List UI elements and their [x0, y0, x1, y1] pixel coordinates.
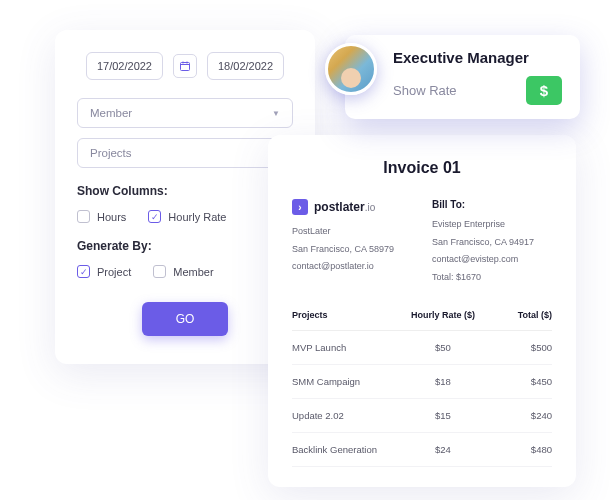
manager-card: Executive Manager Show Rate $ [345, 35, 580, 119]
col-header-rate: Hourly Rate ($) [401, 310, 485, 320]
checkbox-label: Project [97, 266, 131, 278]
generate-by-checkboxes: ✓ Project Member [77, 265, 293, 278]
invoice-panel: Invoice 01 › postlater.io PostLater San … [268, 135, 576, 487]
checkbox-label: Member [173, 266, 213, 278]
cell-total: $500 [485, 342, 552, 353]
generate-by-heading: Generate By: [77, 239, 293, 253]
checkbox-hourly-rate[interactable]: ✓ Hourly Rate [148, 210, 226, 223]
manager-title: Executive Manager [393, 49, 562, 66]
table-row: SMM Campaign $18 $450 [292, 365, 552, 399]
member-select[interactable]: Member ▼ [77, 98, 293, 128]
checkbox-icon [153, 265, 166, 278]
cell-rate: $18 [401, 376, 485, 387]
cell-project: SMM Campaign [292, 376, 401, 387]
cell-total: $450 [485, 376, 552, 387]
member-select-label: Member [90, 107, 132, 119]
invoice-to-column: Bill To: Evistep Enterprise San Francisc… [432, 199, 552, 288]
table-row: Update 2.02 $15 $240 [292, 399, 552, 433]
invoice-title: Invoice 01 [292, 159, 552, 177]
cell-total: $240 [485, 410, 552, 421]
show-columns-heading: Show Columns: [77, 184, 293, 198]
invoice-header: › postlater.io PostLater San Francisco, … [292, 199, 552, 288]
checkbox-checked-icon: ✓ [77, 265, 90, 278]
date-to-input[interactable]: 18/02/2022 [207, 52, 284, 80]
cell-project: MVP Launch [292, 342, 401, 353]
checkbox-member[interactable]: Member [153, 265, 213, 278]
cell-project: Backlink Generation [292, 444, 401, 455]
brand-logo: › postlater.io [292, 199, 412, 215]
to-name: Evistep Enterprise [432, 218, 552, 231]
avatar [325, 43, 377, 95]
to-address: San Francisco, CA 94917 [432, 236, 552, 249]
from-name: PostLater [292, 225, 412, 238]
cell-rate: $50 [401, 342, 485, 353]
show-rate-label: Show Rate [393, 83, 457, 98]
invoice-table: Projects Hourly Rate ($) Total ($) MVP L… [292, 310, 552, 467]
to-email: contact@evistep.com [432, 253, 552, 266]
table-row: MVP Launch $50 $500 [292, 331, 552, 365]
cell-total: $480 [485, 444, 552, 455]
from-address: San Francisco, CA 58979 [292, 243, 412, 256]
from-email: contact@postlater.io [292, 260, 412, 273]
projects-select[interactable]: Projects ▼ [77, 138, 293, 168]
invoice-total: Total: $1670 [432, 271, 552, 284]
table-header-row: Projects Hourly Rate ($) Total ($) [292, 310, 552, 331]
brand-text: postlater.io [314, 200, 375, 214]
checkbox-checked-icon: ✓ [148, 210, 161, 223]
date-range-row: 17/02/2022 18/02/2022 [77, 52, 293, 80]
checkbox-hours[interactable]: Hours [77, 210, 126, 223]
svg-rect-0 [181, 63, 190, 71]
checkbox-label: Hourly Rate [168, 211, 226, 223]
bill-to-label: Bill To: [432, 199, 552, 210]
cell-rate: $15 [401, 410, 485, 421]
brand-mark-icon: › [292, 199, 308, 215]
rate-badge[interactable]: $ [526, 76, 562, 105]
calendar-icon[interactable] [173, 54, 197, 78]
go-button[interactable]: GO [142, 302, 229, 336]
cell-rate: $24 [401, 444, 485, 455]
col-header-total: Total ($) [485, 310, 552, 320]
table-row: Backlink Generation $24 $480 [292, 433, 552, 467]
checkbox-icon [77, 210, 90, 223]
manager-rate-row: Show Rate $ [393, 76, 562, 105]
cell-project: Update 2.02 [292, 410, 401, 421]
date-from-input[interactable]: 17/02/2022 [86, 52, 163, 80]
invoice-from-column: › postlater.io PostLater San Francisco, … [292, 199, 412, 288]
columns-checkboxes: Hours ✓ Hourly Rate [77, 210, 293, 223]
checkbox-label: Hours [97, 211, 126, 223]
projects-select-label: Projects [90, 147, 132, 159]
chevron-down-icon: ▼ [272, 109, 280, 118]
checkbox-project[interactable]: ✓ Project [77, 265, 131, 278]
col-header-projects: Projects [292, 310, 401, 320]
